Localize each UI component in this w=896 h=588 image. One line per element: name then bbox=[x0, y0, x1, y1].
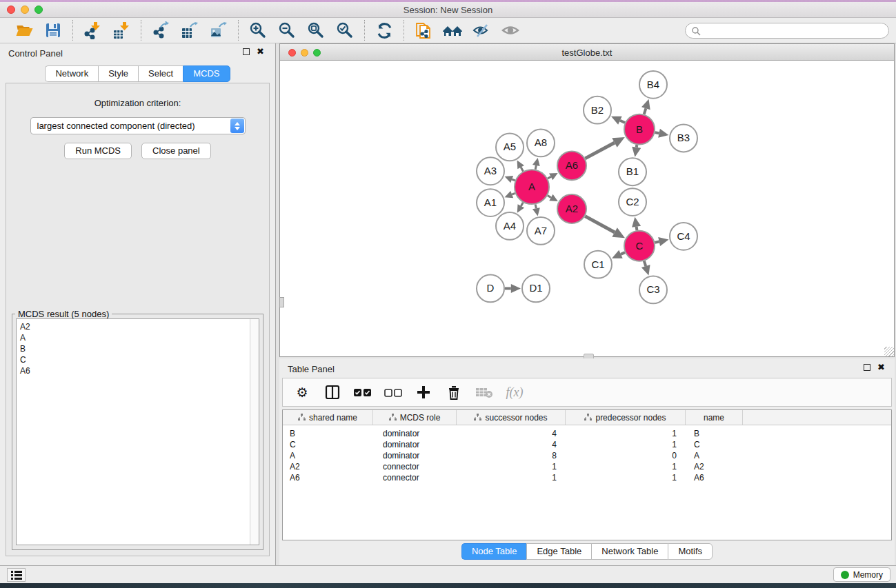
save-session-button[interactable] bbox=[39, 19, 68, 41]
graph-edge-C-C3[interactable] bbox=[644, 261, 646, 266]
table-row[interactable]: Cdominator41C bbox=[283, 439, 891, 450]
graph-edge-A6-B[interactable] bbox=[585, 143, 615, 159]
save-session-icon bbox=[45, 22, 61, 39]
tab-network-table[interactable]: Network Table bbox=[591, 543, 668, 560]
close-panel-icon[interactable]: ✖ bbox=[257, 48, 264, 55]
tab-mcds[interactable]: MCDS bbox=[183, 65, 230, 82]
list-item[interactable]: B bbox=[17, 343, 259, 354]
search-icon bbox=[691, 26, 701, 36]
graph-edge-A-A1[interactable] bbox=[512, 193, 515, 194]
graph-node-label: C2 bbox=[626, 196, 639, 207]
graph-edge-A-A2[interactable] bbox=[548, 196, 551, 198]
list-item[interactable]: A bbox=[17, 332, 259, 343]
graph-svg: B4B2BB3A8A5A6A3B1AA1C2A2A4A7C4CC1DD1C3 bbox=[280, 61, 894, 356]
home-button[interactable] bbox=[438, 19, 467, 41]
graph-edge-arrowhead bbox=[641, 265, 650, 275]
table-row[interactable]: A2connector11A2 bbox=[283, 461, 891, 472]
attribute-icon bbox=[584, 414, 592, 421]
tab-select[interactable]: Select bbox=[138, 65, 183, 82]
run-mcds-button[interactable]: Run MCDS bbox=[64, 143, 132, 159]
import-network-button[interactable] bbox=[78, 19, 107, 41]
deselect-all-button[interactable] bbox=[378, 381, 408, 404]
search-input[interactable] bbox=[701, 25, 888, 37]
graph-edge-A-A5[interactable] bbox=[521, 168, 523, 172]
graph-edge-A-A8[interactable] bbox=[535, 165, 536, 170]
list-item[interactable]: A6 bbox=[17, 365, 259, 376]
function-builder-button[interactable]: f(x) bbox=[499, 381, 530, 404]
show-hide-button[interactable] bbox=[496, 19, 525, 41]
export-image-button[interactable] bbox=[204, 19, 233, 41]
graph-edge-B-B4[interactable] bbox=[644, 108, 646, 114]
column-header-mcds-role[interactable]: MCDS role bbox=[373, 410, 457, 425]
main-work-area: testGlobe.txt B4B2BB3A8A5A6A3B1AA1C2A2A4… bbox=[276, 43, 896, 565]
export-network-button[interactable] bbox=[146, 19, 175, 41]
graph-node-label: A8 bbox=[535, 136, 547, 148]
close-table-panel-icon[interactable]: ✖ bbox=[877, 364, 885, 371]
column-header-name[interactable]: name bbox=[686, 410, 743, 425]
graph-edge-B-B3[interactable] bbox=[655, 132, 659, 133]
new-network-from-selection-button[interactable] bbox=[409, 19, 438, 41]
result-list-scrollbar[interactable] bbox=[250, 319, 259, 545]
zoom-out-button[interactable] bbox=[272, 19, 301, 41]
float-panel-icon[interactable] bbox=[243, 48, 250, 55]
zoom-in-icon bbox=[249, 21, 267, 39]
toolbar-separator bbox=[72, 20, 73, 41]
network-canvas[interactable]: B4B2BB3A8A5A6A3B1AA1C2A2A4A7C4CC1DD1C3 bbox=[280, 61, 894, 356]
tab-edge-table[interactable]: Edge Table bbox=[526, 543, 591, 560]
table-row[interactable]: Bdominator41B bbox=[283, 428, 891, 439]
open-file-button[interactable] bbox=[10, 19, 39, 41]
table-settings-button[interactable]: ⚙ bbox=[287, 381, 317, 404]
graph-edge-C-C2[interactable] bbox=[637, 227, 637, 230]
graph-edge-A-A7[interactable] bbox=[535, 205, 536, 209]
graph-edge-arrowhead bbox=[658, 129, 668, 138]
mcds-result-title: MCDS result (5 nodes) bbox=[15, 309, 112, 319]
delete-column-button[interactable] bbox=[439, 381, 469, 404]
graph-node-label: B1 bbox=[626, 165, 639, 177]
graph-edge-C-C1[interactable] bbox=[621, 252, 625, 254]
delete-table-button[interactable] bbox=[469, 381, 499, 404]
zoom-selected-button[interactable] bbox=[330, 19, 359, 41]
memory-button[interactable]: Memory bbox=[833, 567, 890, 582]
export-table-button[interactable] bbox=[175, 19, 204, 41]
add-column-button[interactable] bbox=[408, 381, 439, 404]
list-item[interactable]: A2 bbox=[17, 321, 259, 332]
tab-node-table[interactable]: Node Table bbox=[461, 543, 527, 560]
graph-edge-A-A3[interactable] bbox=[512, 179, 515, 181]
graph-edge-A2-C[interactable] bbox=[585, 216, 615, 232]
open-file-icon bbox=[15, 22, 34, 39]
tab-network[interactable]: Network bbox=[45, 65, 98, 82]
column-header-predecessor-nodes[interactable]: predecessor nodes bbox=[566, 410, 686, 425]
network-window-title: testGlobe.txt bbox=[280, 48, 894, 58]
show-task-history-button[interactable] bbox=[7, 568, 26, 582]
table-row[interactable]: A6connector11A6 bbox=[283, 472, 891, 483]
graph-edge-B-B1[interactable] bbox=[637, 145, 637, 148]
refresh-button[interactable] bbox=[370, 19, 399, 41]
desktop-background-strip bbox=[0, 583, 896, 588]
tab-motifs[interactable]: Motifs bbox=[668, 543, 713, 560]
table-row[interactable]: Adominator80A bbox=[283, 450, 891, 461]
zoom-fit-button[interactable] bbox=[301, 19, 330, 41]
graph-edge-B-B2[interactable] bbox=[620, 121, 625, 123]
select-all-button[interactable] bbox=[348, 381, 378, 404]
graph-node-label: D bbox=[487, 282, 495, 294]
mcds-tab-content: Optimization criterion: largest connecte… bbox=[6, 83, 270, 556]
panel-splitter-handle[interactable] bbox=[279, 297, 284, 307]
optimization-criterion-select[interactable]: largest connected component (directed) bbox=[30, 117, 246, 134]
graph-edge-A-A6[interactable] bbox=[548, 176, 551, 179]
graph-edge-arrowhead bbox=[532, 207, 540, 216]
window-resize-grip[interactable] bbox=[884, 347, 894, 356]
toggle-graphics-details-button[interactable] bbox=[467, 19, 496, 41]
graph-edge-A-A4[interactable] bbox=[521, 203, 523, 206]
column-header-shared-name[interactable]: shared name bbox=[283, 410, 373, 425]
show-hide-icon bbox=[501, 22, 520, 39]
toolbar-separator bbox=[364, 20, 365, 41]
zoom-in-button[interactable] bbox=[243, 19, 272, 41]
list-item[interactable]: C bbox=[17, 354, 259, 365]
split-view-button[interactable] bbox=[317, 381, 348, 404]
column-header-successor-nodes[interactable]: successor nodes bbox=[457, 410, 566, 425]
import-table-button[interactable] bbox=[107, 19, 136, 41]
graph-edge-C-C4[interactable] bbox=[655, 242, 659, 243]
float-table-panel-icon[interactable] bbox=[864, 364, 870, 371]
tab-style[interactable]: Style bbox=[98, 65, 138, 82]
close-panel-button[interactable]: Close panel bbox=[141, 143, 211, 159]
